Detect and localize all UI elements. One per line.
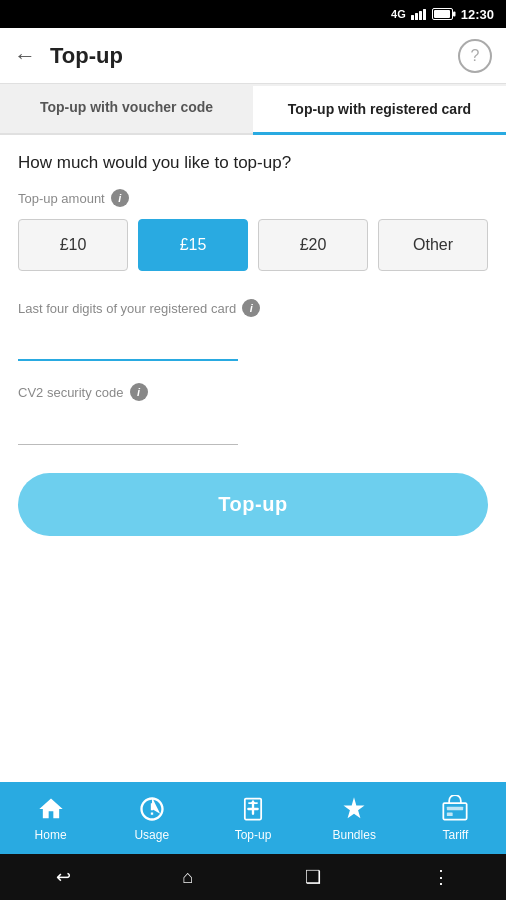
card-section: Last four digits of your registered card…: [18, 299, 488, 361]
cv2-info-icon[interactable]: i: [130, 383, 148, 401]
signal-bars-icon: [411, 8, 427, 20]
svg-rect-10: [447, 806, 463, 810]
tab-card[interactable]: Top-up with registered card: [253, 86, 506, 135]
nav-home-label: Home: [35, 828, 67, 842]
amount-other-button[interactable]: Other: [378, 219, 488, 271]
tariff-icon: [441, 795, 469, 823]
android-recents-button[interactable]: ❑: [305, 866, 321, 888]
svg-rect-3: [423, 9, 426, 20]
android-nav: ↩ ⌂ ❑ ⋮: [0, 854, 506, 900]
amount-10-button[interactable]: £10: [18, 219, 128, 271]
page-title: Top-up: [50, 43, 458, 69]
nav-topup[interactable]: Top-up: [202, 795, 303, 842]
svg-rect-9: [444, 803, 467, 819]
help-icon: ?: [471, 47, 480, 65]
nav-tariff[interactable]: Tariff: [405, 795, 506, 842]
cv2-label-row: CV2 security code i: [18, 383, 488, 401]
top-nav: ← Top-up ?: [0, 28, 506, 84]
android-more-button[interactable]: ⋮: [432, 866, 450, 888]
amount-info-icon[interactable]: i: [111, 189, 129, 207]
status-time: 12:30: [461, 7, 494, 22]
svg-marker-8: [251, 799, 256, 803]
nav-home[interactable]: Home: [0, 795, 101, 842]
nav-usage[interactable]: Usage: [101, 795, 202, 842]
signal-4g: 4G: [391, 8, 406, 20]
nav-bundles[interactable]: Bundles: [304, 795, 405, 842]
svg-rect-1: [415, 13, 418, 20]
android-back-button[interactable]: ↩: [56, 866, 71, 888]
svg-rect-0: [411, 15, 414, 20]
main-content: How much would you like to top-up? Top-u…: [0, 135, 506, 554]
status-icons: 4G 12:30: [391, 7, 494, 22]
card-info-icon[interactable]: i: [242, 299, 260, 317]
cv2-section: CV2 security code i: [18, 383, 488, 445]
nav-bundles-label: Bundles: [333, 828, 376, 842]
bundles-icon: [340, 795, 368, 823]
card-label-row: Last four digits of your registered card…: [18, 299, 488, 317]
svg-rect-2: [419, 11, 422, 20]
question-text: How much would you like to top-up?: [18, 153, 488, 173]
amount-label: Top-up amount: [18, 191, 105, 206]
svg-rect-5: [453, 12, 456, 17]
home-icon: [37, 795, 65, 823]
nav-usage-label: Usage: [134, 828, 169, 842]
tab-card-label: Top-up with registered card: [288, 101, 471, 117]
topup-button-wrap: Top-up: [18, 473, 488, 554]
amount-label-row: Top-up amount i: [18, 189, 488, 207]
bottom-nav: Home Usage Top-up Bundles Tarif: [0, 782, 506, 854]
cv2-label-text: CV2 security code: [18, 385, 124, 400]
svg-rect-11: [447, 812, 453, 816]
nav-tariff-label: Tariff: [443, 828, 469, 842]
cv2-input[interactable]: [18, 409, 238, 445]
card-digits-input[interactable]: [18, 325, 238, 361]
help-button[interactable]: ?: [458, 39, 492, 73]
card-label-text: Last four digits of your registered card: [18, 301, 236, 316]
amount-20-button[interactable]: £20: [258, 219, 368, 271]
android-home-button[interactable]: ⌂: [182, 867, 193, 888]
tab-voucher[interactable]: Top-up with voucher code: [0, 84, 253, 133]
svg-rect-6: [434, 10, 450, 18]
amount-15-button[interactable]: £15: [138, 219, 248, 271]
status-bar: 4G 12:30: [0, 0, 506, 28]
tab-bar: Top-up with voucher code Top-up with reg…: [0, 84, 506, 135]
tab-voucher-label: Top-up with voucher code: [40, 99, 213, 115]
battery-icon: [432, 8, 456, 20]
topup-button[interactable]: Top-up: [18, 473, 488, 536]
topup-icon: [239, 795, 267, 823]
usage-icon: [138, 795, 166, 823]
amount-buttons: £10 £15 £20 Other: [18, 219, 488, 271]
back-button[interactable]: ←: [14, 43, 36, 69]
nav-topup-label: Top-up: [235, 828, 272, 842]
